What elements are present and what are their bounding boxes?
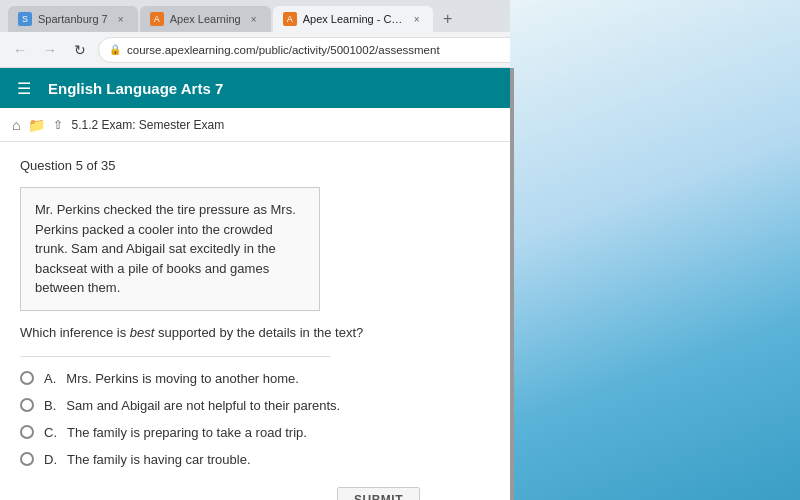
option-c[interactable]: C. The family is preparing to take a roa… (20, 425, 490, 440)
tab-label-spartanburg: Spartanburg 7 (38, 13, 108, 25)
option-b-letter: B. (44, 398, 56, 413)
lock-icon: 🔒 (109, 44, 121, 55)
option-a[interactable]: A. Mrs. Perkins is moving to another hom… (20, 371, 490, 386)
main-content: Question 5 of 35 Mr. Perkins checked the… (0, 142, 510, 500)
tab-close-apex-courses[interactable]: × (411, 12, 423, 26)
reload-button[interactable]: ↻ (68, 38, 92, 62)
option-b[interactable]: B. Sam and Abigail are not helpful to th… (20, 398, 490, 413)
forward-button[interactable]: → (38, 38, 62, 62)
tab-label-apex-courses: Apex Learning - Courses (303, 13, 405, 25)
radio-b[interactable] (20, 398, 34, 412)
radio-a[interactable] (20, 371, 34, 385)
option-c-text: The family is preparing to take a road t… (67, 425, 307, 440)
submit-area: SUBMIT (20, 487, 420, 501)
tab-spartanburg[interactable]: S Spartanburg 7 × (8, 6, 138, 32)
question-number: Question 5 of 35 (20, 158, 490, 173)
tab-close-spartanburg[interactable]: × (114, 12, 128, 26)
folder-icon[interactable]: 📁 (28, 117, 45, 133)
tab-favicon-apex-courses: A (283, 12, 297, 26)
hamburger-menu[interactable]: ☰ (12, 76, 36, 100)
tab-apex-courses[interactable]: A Apex Learning - Courses × (273, 6, 433, 32)
option-d[interactable]: D. The family is having car trouble. (20, 452, 490, 467)
tab-close-apex[interactable]: × (247, 12, 261, 26)
radio-d[interactable] (20, 452, 34, 466)
tab-label-apex: Apex Learning (170, 13, 241, 25)
question-text-before: Which inference is (20, 325, 130, 340)
passage-text: Mr. Perkins checked the tire pressure as… (35, 202, 296, 295)
passage-box: Mr. Perkins checked the tire pressure as… (20, 187, 320, 311)
radio-c[interactable] (20, 425, 34, 439)
option-a-text: Mrs. Perkins is moving to another home. (66, 371, 299, 386)
breadcrumb-text: 5.1.2 Exam: Semester Exam (71, 118, 224, 132)
tab-favicon-spartanburg: S (18, 12, 32, 26)
option-d-text: The family is having car trouble. (67, 452, 251, 467)
new-tab-button[interactable]: + (435, 6, 461, 32)
tab-apex[interactable]: A Apex Learning × (140, 6, 271, 32)
option-d-letter: D. (44, 452, 57, 467)
option-a-letter: A. (44, 371, 56, 386)
question-emphasis: best (130, 325, 155, 340)
submit-button[interactable]: SUBMIT (337, 487, 420, 501)
panel-divider (510, 68, 514, 500)
option-c-letter: C. (44, 425, 57, 440)
home-icon[interactable]: ⌂ (12, 117, 20, 133)
option-b-text: Sam and Abigail are not helpful to their… (66, 398, 340, 413)
question-text-after: supported by the details in the text? (154, 325, 363, 340)
breadcrumb-up-icon[interactable]: ⇧ (53, 118, 63, 132)
tab-favicon-apex: A (150, 12, 164, 26)
question-text: Which inference is best supported by the… (20, 325, 490, 340)
divider (20, 356, 330, 357)
right-panel (510, 0, 800, 500)
back-button[interactable]: ← (8, 38, 32, 62)
answer-options: A. Mrs. Perkins is moving to another hom… (20, 371, 490, 467)
